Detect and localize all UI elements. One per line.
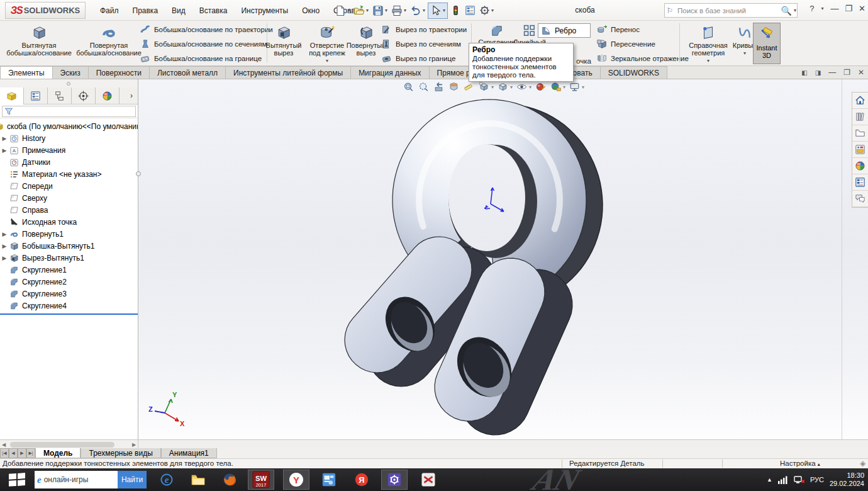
tab-Миграция данных[interactable]: Миграция данных — [350, 66, 429, 79]
lofted-boss-button[interactable]: Бобышка/основание по сечениям — [140, 37, 273, 51]
rollback-bar[interactable] — [0, 313, 138, 315]
tree-item-Примечания[interactable]: ▶AПримечания — [0, 144, 138, 156]
tree-item-Скругление4[interactable]: Скругление4 — [0, 300, 138, 312]
tree-root[interactable]: скоба (По умолчанию<<По умолчанию — [0, 120, 138, 132]
tree-filter[interactable] — [2, 106, 136, 117]
tab-SOLIDWORKS[interactable]: SOLIDWORKS — [600, 66, 667, 79]
tabnav-next-button[interactable]: ▶ — [18, 448, 26, 458]
tree-item-Материал <не указан>[interactable]: Материал <не указан> — [0, 168, 138, 180]
tree-item-Повернуть1[interactable]: ▶Повернуть1 — [0, 228, 138, 240]
intersect-button[interactable]: Пересечение — [596, 37, 689, 51]
taskpane-library-tab[interactable] — [852, 125, 868, 142]
menu-Вставка[interactable]: Вставка — [192, 6, 235, 15]
network-icon[interactable]: ✕ — [794, 475, 804, 484]
tree-item-Скругление1[interactable]: Скругление1 — [0, 264, 138, 276]
modeltab-Модель[interactable]: Модель — [35, 448, 81, 458]
splitter-handle[interactable] — [67, 82, 70, 86]
restore-button[interactable]: ❐ — [845, 4, 852, 13]
panel-splitter-handle[interactable] — [136, 171, 141, 176]
tree-item-Датчики[interactable]: Датчики — [0, 156, 138, 168]
search-icon[interactable]: 🔍 — [780, 6, 793, 16]
language-indicator[interactable]: РУС — [810, 476, 824, 483]
taskpane-custom-props-tab[interactable] — [852, 174, 868, 191]
print-button[interactable]: ▾ — [390, 3, 408, 19]
taskbar-red-app[interactable] — [415, 470, 442, 490]
taskpane-appearances-tab[interactable] — [852, 158, 868, 174]
tab-Поверхности[interactable]: Поверхности — [88, 66, 150, 79]
search-find-button[interactable]: Найти — [118, 471, 147, 488]
reference-geometry-button[interactable]: Справочнаягеометрия▾ — [684, 22, 732, 65]
menu-Инструменты[interactable]: Инструменты — [234, 6, 295, 15]
propertymanager-tab[interactable] — [24, 87, 48, 104]
close-button[interactable]: ✕ — [859, 4, 865, 13]
modeltab-Анимация1[interactable]: Анимация1 — [161, 448, 217, 458]
doc-prev-icon[interactable]: ◧ — [801, 69, 807, 76]
tree-item-Сверху[interactable]: Сверху — [0, 192, 138, 204]
taskbar-explorer[interactable] — [185, 470, 211, 490]
tree-item-Исходная точка[interactable]: Исходная точка — [0, 216, 138, 228]
graphics-viewport[interactable]: ▾▾▾▾▾ YXZ — [138, 79, 868, 439]
menu-Правка[interactable]: Правка — [126, 6, 165, 15]
dimxpertmanager-tab[interactable] — [72, 87, 96, 104]
tab-Эскиз[interactable]: Эскиз — [52, 66, 89, 79]
tree-item-Скругление2[interactable]: Скругление2 — [0, 276, 138, 288]
tree-item-History[interactable]: ▶History — [0, 132, 138, 144]
tabnav-first-button[interactable]: |◀ — [0, 448, 9, 458]
configurationmanager-tab[interactable] — [48, 87, 72, 104]
signal-icon[interactable] — [778, 475, 788, 484]
options-list-button[interactable] — [464, 3, 477, 19]
new-document-button[interactable]: ▾ — [333, 3, 351, 19]
display-states-button[interactable] — [449, 3, 462, 19]
revolved-boss-button[interactable]: Повернутаябобышка/основание — [74, 22, 143, 65]
undo-button[interactable]: ▾ — [409, 3, 426, 19]
move-button[interactable]: Перенос — [596, 22, 689, 37]
knowledge-search[interactable]: ⚐ Поиск в базе знаний 🔍 ▾ — [664, 3, 798, 18]
open-document-button[interactable]: ▾ — [352, 3, 370, 19]
tree-item-Бобышка-Вытянуть1[interactable]: ▶Бобышка-Вытянуть1 — [0, 240, 138, 252]
boundary-boss-button[interactable]: Бобышка/основание на границе — [140, 51, 273, 65]
boundary-cut-button[interactable]: Вырез по границе — [381, 51, 467, 65]
tray-expand-icon[interactable]: ▲ — [767, 477, 772, 483]
modeltab-Трехмерные виды[interactable]: Трехмерные виды — [81, 448, 160, 458]
save-button[interactable]: ▾ — [371, 3, 389, 19]
settings-button[interactable]: ▾ — [478, 3, 495, 19]
doc-restore-icon[interactable]: ❐ — [843, 68, 850, 77]
doc-next-icon[interactable]: ◨ — [815, 69, 821, 76]
taskbar-yandex[interactable]: Я — [348, 470, 375, 490]
instant3d-button[interactable]: Instant3D — [753, 23, 781, 64]
tabnav-last-button[interactable]: ▶| — [26, 448, 35, 458]
taskbar-search[interactable]: e онлайн-игры Найти — [35, 471, 147, 488]
minimize-button[interactable]: — — [830, 4, 838, 13]
doc-minimize-icon[interactable]: — — [828, 68, 836, 77]
start-button[interactable] — [8, 471, 29, 488]
rib-button[interactable]: Ребро — [538, 23, 591, 38]
menu-Файл[interactable]: Файл — [93, 6, 126, 15]
tree-item-Вырез-Вытянуть1[interactable]: ▶Вырез-Вытянуть1 — [0, 252, 138, 264]
swept-boss-button[interactable]: Бобышка/основание по траектории — [140, 22, 273, 37]
tree-item-Справа[interactable]: Справа — [0, 204, 138, 216]
tab-Элементы[interactable]: Элементы — [0, 66, 53, 79]
mirror-button[interactable]: Зеркальное отражение — [596, 51, 689, 65]
tabnav-prev-button[interactable]: ◀ — [9, 448, 18, 458]
help-button[interactable]: ? — [810, 4, 814, 13]
taskpane-palette-tab[interactable] — [852, 142, 868, 158]
extruded-boss-button[interactable]: Вытянутаябобышка/основание — [4, 22, 74, 65]
doc-close-icon[interactable]: ✕ — [858, 68, 864, 77]
clock[interactable]: 18:30 29.02.2024 — [830, 471, 864, 488]
taskbar-ie[interactable]: e — [153, 470, 180, 490]
panel-hscrollbar[interactable]: ◀▶ — [0, 440, 138, 449]
tree-item-Скругление3[interactable]: Скругление3 — [0, 288, 138, 300]
swept-cut-button[interactable]: Вырез по траектории — [381, 22, 467, 37]
taskbar-solidworks[interactable]: SW2017 — [248, 470, 274, 490]
panel-expand-icon[interactable]: › — [130, 91, 133, 100]
taskpane-resources-tab[interactable] — [852, 109, 868, 125]
hole-wizard-button[interactable]: Отверстиепод крепеж▾ — [304, 22, 350, 65]
tab-Инструменты литейной формы[interactable]: Инструменты литейной формы — [225, 66, 351, 79]
taskbar-gear-app[interactable] — [381, 470, 408, 490]
taskpane-forum-tab[interactable] — [852, 191, 868, 207]
select-tool-button[interactable]: ▾ — [428, 3, 448, 19]
taskbar-yandex-browser[interactable]: Y — [283, 470, 309, 490]
featuremanager-tab[interactable] — [0, 87, 24, 104]
taskpane-home-tab[interactable] — [852, 93, 868, 109]
displaymanager-tab[interactable] — [96, 87, 120, 104]
